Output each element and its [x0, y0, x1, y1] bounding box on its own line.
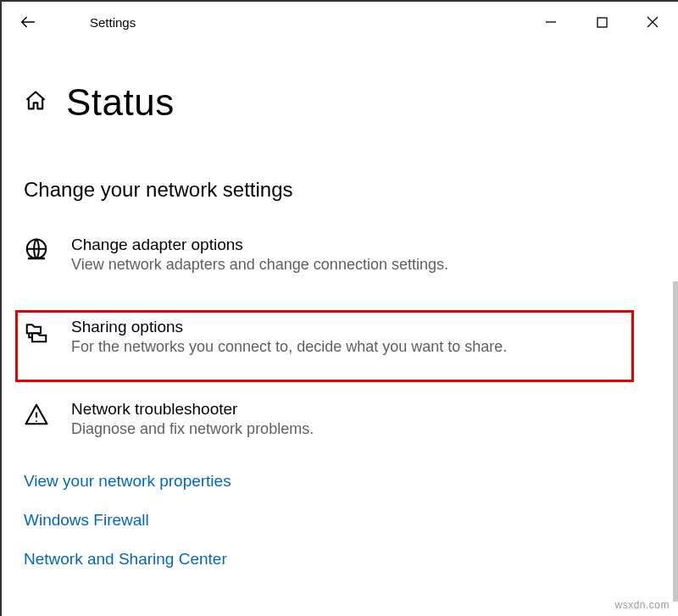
maximize-icon — [597, 17, 608, 28]
scrollbar[interactable] — [673, 281, 678, 602]
section-heading: Change your network settings — [24, 178, 656, 202]
option-title: Sharing options — [71, 318, 507, 336]
watermark: wsxdn.com — [614, 599, 670, 611]
close-button[interactable] — [627, 5, 678, 39]
option-sharing[interactable]: Sharing options For the networks you con… — [24, 308, 656, 366]
option-desc: Diagnose and fix network problems. — [71, 420, 314, 438]
option-title: Network troubleshooter — [71, 400, 314, 419]
minimize-icon — [545, 16, 557, 28]
page-title: Status — [66, 81, 175, 124]
home-icon[interactable] — [24, 89, 47, 116]
globe-icon — [24, 237, 49, 263]
close-icon — [647, 16, 659, 28]
content-area: Status Change your network settings Chan… — [2, 81, 678, 569]
link-network-properties[interactable]: View your network properties — [24, 472, 656, 491]
back-button[interactable] — [14, 8, 42, 36]
sharing-folders-icon — [24, 319, 49, 345]
option-troubleshooter[interactable]: Network troubleshooter Diagnose and fix … — [24, 390, 656, 448]
option-title: Change adapter options — [71, 236, 448, 254]
option-desc: For the networks you connect to, decide … — [71, 338, 507, 356]
link-windows-firewall[interactable]: Windows Firewall — [24, 511, 656, 530]
maximize-button[interactable] — [576, 5, 627, 39]
option-change-adapter[interactable]: Change adapter options View network adap… — [24, 225, 656, 284]
window-title: Settings — [90, 15, 136, 30]
option-desc: View network adapters and change connect… — [71, 256, 448, 274]
warning-triangle-icon — [24, 402, 49, 427]
svg-rect-0 — [597, 18, 607, 27]
titlebar: Settings — [2, 2, 678, 42]
arrow-left-icon — [19, 13, 37, 31]
link-network-sharing-center[interactable]: Network and Sharing Center — [24, 550, 656, 569]
minimize-button[interactable] — [525, 5, 576, 39]
